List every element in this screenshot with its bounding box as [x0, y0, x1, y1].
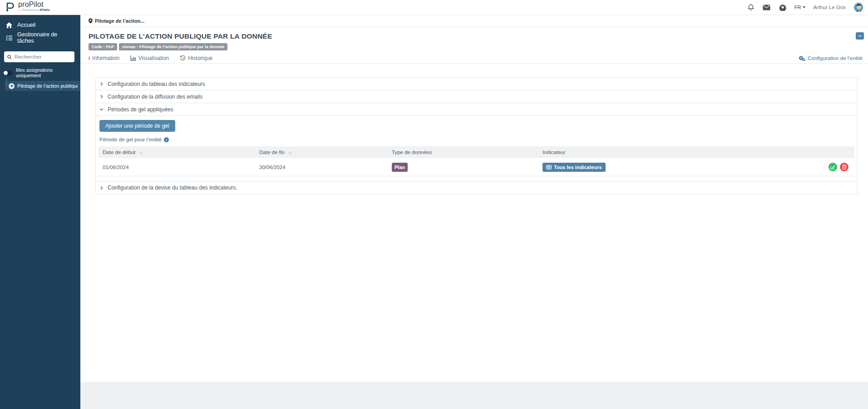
search-input[interactable] — [15, 54, 71, 60]
page-title: PILOTAGE DE L’ACTION PUBLIQUE PAR LA DON… — [89, 32, 860, 40]
map-pin-icon — [89, 18, 93, 24]
accordion-periodes-gel[interactable]: Périodes de gel appliquées — [96, 103, 857, 116]
indicator-badge: Tous les indicateurs — [542, 163, 606, 172]
table-header-row: Date de début ↑↓ Date de fin ↑↓ Type de … — [99, 146, 854, 158]
user-avatar[interactable] — [853, 2, 863, 12]
cell-start-date: 01/06/2024 — [99, 165, 255, 170]
sidebar-item-gestionnaire-taches[interactable]: Gestionnaire de tâches — [0, 31, 80, 44]
column-header-date-fin[interactable]: Date de fin — [259, 150, 285, 155]
sidebar-search — [4, 51, 74, 62]
column-header-type-donnees: Type de données — [392, 150, 432, 155]
sidebar: Accueil Gestionnaire de tâches Mes assig… — [0, 15, 80, 409]
code-badge: Code : PAP — [89, 43, 117, 50]
tab-visualisation[interactable]: Visualisation — [130, 55, 169, 61]
table-row: 01/06/2024 30/06/2024 Plan — [99, 158, 854, 176]
sidebar-tree-item-pilotage[interactable]: Pilotage de l’action publique pa... — [5, 81, 80, 91]
chevron-right-icon — [99, 186, 104, 190]
accordion-config-tableau-indicateurs[interactable]: Configuration du tableau des indicateurs — [96, 78, 857, 90]
delete-row-button[interactable] — [840, 163, 848, 171]
info-icon[interactable]: i — [164, 137, 169, 142]
tree-guide-line — [6, 78, 7, 86]
assignments-toggle[interactable] — [3, 70, 12, 75]
messages-envelope-icon[interactable] — [763, 3, 771, 11]
language-selector[interactable]: FR — [794, 5, 806, 10]
settings-gear-icon[interactable] — [779, 3, 787, 11]
chevron-down-icon — [803, 6, 805, 8]
sidebar-item-accueil[interactable]: Accueil — [0, 19, 80, 31]
sidebar-item-label: Gestionnaire de tâches — [17, 31, 74, 44]
information-icon: i — [89, 55, 90, 61]
tree-item-label: Pilotage de l’action publique pa... — [17, 83, 78, 89]
cell-end-date: 30/06/2024 — [255, 165, 388, 170]
sort-icon[interactable]: ↑↓ — [288, 150, 291, 155]
periodes-gel-body: Ajouter une période de gel Période de ge… — [96, 116, 857, 181]
chevron-down-icon — [99, 107, 104, 111]
column-header-indicateur: Indicateur — [542, 150, 566, 155]
data-type-badge: Plan — [392, 163, 408, 172]
assignments-toggle-row: Mes assignations uniquement — [3, 67, 77, 78]
history-icon — [180, 55, 186, 61]
sort-icon[interactable]: ↑↓ — [139, 150, 142, 155]
tab-historique[interactable]: Historique — [180, 55, 212, 61]
app-name: proPilot — [18, 0, 50, 8]
notifications-bell-icon[interactable] — [747, 3, 755, 11]
table-grid-icon — [546, 165, 552, 170]
propilot-logo-icon — [4, 0, 15, 14]
sidebar-item-label: Accueil — [17, 22, 35, 28]
add-freeze-period-button[interactable]: Ajouter une période de gel — [99, 120, 175, 132]
accordion-config-devise[interactable]: Configuration de la devise du tableau de… — [96, 181, 857, 194]
tree-guide-connector — [6, 86, 10, 86]
task-list-icon — [6, 35, 12, 40]
chart-icon — [130, 55, 136, 61]
accordion-config-diffusion-emails[interactable]: Configuration de la diffusion des emails — [96, 90, 857, 103]
user-name: Arthur Le Grix — [813, 5, 846, 10]
entity-config-link[interactable]: Configuration de l’entité — [799, 55, 863, 61]
edit-pencil-icon — [830, 165, 835, 170]
niveau-badge: niveau : Pilotage de l’action publique p… — [119, 43, 227, 50]
app-logo[interactable]: proPilot — Powered by dFakto — [4, 0, 50, 14]
main-content: Pilotage de l’action... PILOTAGE DE L’AC… — [80, 15, 868, 382]
configuration-panel: Configuration du tableau des indicateurs… — [95, 77, 858, 195]
page-header: PILOTAGE DE L’ACTION PUBLIQUE PAR LA DON… — [80, 27, 868, 53]
home-icon — [6, 22, 12, 28]
breadcrumb: Pilotage de l’action... — [80, 15, 868, 27]
search-icon — [7, 55, 12, 60]
topbar: proPilot — Powered by dFakto F — [0, 0, 868, 15]
trash-icon — [842, 165, 847, 170]
breadcrumb-link[interactable]: Pilotage de l’action... — [95, 18, 144, 24]
edit-row-button[interactable] — [829, 163, 837, 171]
chevron-right-icon — [99, 82, 104, 86]
double-gear-icon — [799, 55, 805, 61]
powered-by-text: — Powered by dFakto — [18, 8, 50, 11]
tabs-bar: i Information Visualisation Histori — [80, 53, 868, 64]
column-header-date-debut[interactable]: Date de début — [103, 150, 135, 155]
freeze-periods-table: Date de début ↑↓ Date de fin ↑↓ Type de … — [99, 146, 854, 176]
assignments-toggle-label: Mes assignations uniquement — [16, 67, 77, 78]
tab-information[interactable]: i Information — [89, 55, 119, 61]
language-code: FR — [794, 5, 801, 10]
freeze-table-label-row: Période de gel pour l’entité i — [99, 137, 854, 142]
chevron-right-icon — [99, 95, 104, 99]
tab-content: Configuration du tableau des indicateurs… — [80, 64, 868, 382]
collapse-header-button[interactable]: − — [856, 32, 864, 40]
